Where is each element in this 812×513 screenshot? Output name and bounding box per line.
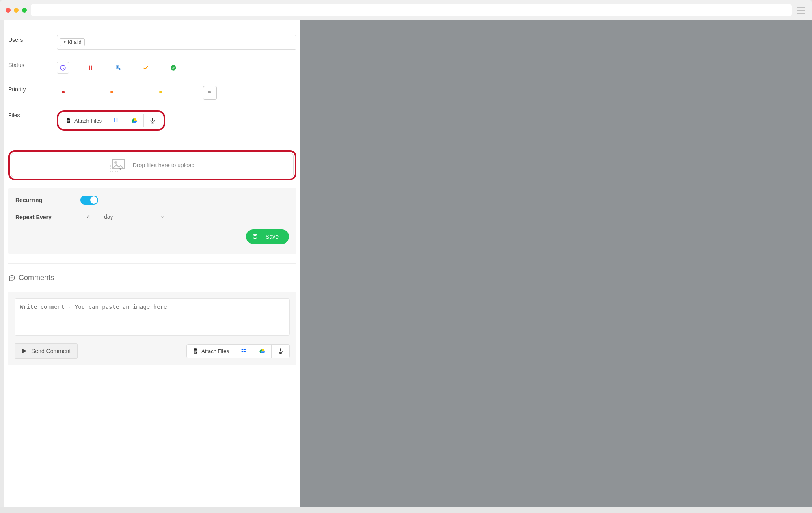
gears-icon <box>115 65 121 71</box>
svg-rect-14 <box>254 237 256 239</box>
flag-icon <box>207 90 213 96</box>
recurring-section: Recurring Repeat Every <box>8 188 296 254</box>
record-audio-button[interactable] <box>143 114 162 127</box>
status-row: Status <box>8 58 296 82</box>
priority-urgent-button[interactable] <box>57 86 71 100</box>
svg-rect-13 <box>254 234 256 235</box>
comment-attach-files-button[interactable]: Attach Files <box>187 345 235 358</box>
dropzone-highlight: Drop files here to upload <box>8 150 296 180</box>
repeat-value-input[interactable] <box>80 212 97 222</box>
google-drive-button[interactable] <box>125 114 143 127</box>
svg-rect-20 <box>194 352 196 353</box>
menu-icon[interactable] <box>796 7 806 14</box>
google-drive-icon <box>259 348 266 354</box>
comment-google-drive-button[interactable] <box>253 345 271 358</box>
comment-section: Send Comment Attach Files <box>8 292 296 365</box>
window-zoom-icon[interactable] <box>22 8 27 13</box>
file-icon <box>192 348 199 354</box>
svg-point-4 <box>119 69 120 70</box>
comments-icon <box>8 274 15 282</box>
comments-heading-text: Comments <box>19 274 54 282</box>
status-label: Status <box>8 60 57 68</box>
files-label: Files <box>8 110 57 119</box>
priority-row: Priority <box>8 82 296 108</box>
svg-point-11 <box>114 161 117 164</box>
svg-rect-18 <box>194 351 197 351</box>
svg-rect-1 <box>89 66 90 70</box>
priority-label: Priority <box>8 84 57 93</box>
microphone-icon <box>277 348 284 354</box>
file-buttons-highlight: Attach Files <box>57 110 165 131</box>
window-minimize-icon[interactable] <box>14 8 19 13</box>
svg-point-16 <box>12 277 13 278</box>
comment-input[interactable] <box>15 298 290 336</box>
browser-chrome <box>0 0 812 20</box>
svg-rect-6 <box>67 120 69 121</box>
dropbox-icon <box>113 117 119 124</box>
status-inprogress-button[interactable] <box>112 62 124 74</box>
svg-point-3 <box>117 66 118 68</box>
clock-icon <box>60 65 66 71</box>
recurring-label: Recurring <box>15 197 80 203</box>
repeat-unit-select[interactable] <box>102 212 167 222</box>
image-upload-icon <box>110 158 128 172</box>
save-button-label: Save <box>266 233 279 240</box>
dropbox-button[interactable] <box>107 114 125 127</box>
comment-attach-label: Attach Files <box>201 348 229 354</box>
svg-rect-19 <box>194 351 197 352</box>
toggle-knob-icon <box>90 196 97 204</box>
user-tag-label: Khalid <box>68 39 81 45</box>
svg-rect-8 <box>67 122 69 122</box>
flag-icon <box>109 90 116 96</box>
send-icon <box>22 348 27 354</box>
priority-medium-button[interactable] <box>154 86 168 100</box>
tag-remove-icon[interactable]: × <box>63 39 66 45</box>
comment-dropbox-button[interactable] <box>235 345 253 358</box>
repeat-every-label: Repeat Every <box>15 214 80 220</box>
window-close-icon[interactable] <box>6 8 11 13</box>
recurring-toggle[interactable] <box>80 196 98 205</box>
save-icon <box>252 233 258 240</box>
file-icon <box>65 117 72 124</box>
attach-files-label: Attach Files <box>74 118 102 124</box>
dropzone-text: Drop files here to upload <box>133 162 195 168</box>
backdrop <box>300 20 812 507</box>
files-row: Files Attach Files <box>8 108 296 139</box>
file-dropzone[interactable]: Drop files here to upload <box>11 153 294 177</box>
check-circle-icon <box>170 65 177 71</box>
svg-rect-7 <box>67 121 69 121</box>
priority-none-button[interactable] <box>203 86 217 100</box>
google-drive-icon <box>131 117 138 124</box>
svg-rect-2 <box>91 66 92 70</box>
status-pending-button[interactable] <box>57 62 69 74</box>
attach-files-button[interactable]: Attach Files <box>60 114 107 127</box>
priority-high-button[interactable] <box>106 86 119 100</box>
microphone-icon <box>149 117 156 124</box>
form-panel: Users × Khalid Status <box>4 20 300 507</box>
status-paused-button[interactable] <box>84 62 97 74</box>
comments-heading: Comments <box>8 274 296 282</box>
dropbox-icon <box>241 348 247 354</box>
comment-record-audio-button[interactable] <box>271 345 289 358</box>
save-button[interactable]: Save <box>246 229 289 244</box>
check-icon <box>143 65 149 71</box>
status-done-button[interactable] <box>140 62 152 74</box>
divider <box>8 263 296 264</box>
address-bar[interactable] <box>31 4 792 16</box>
users-input[interactable]: × Khalid <box>57 35 296 50</box>
flag-icon <box>60 90 67 96</box>
user-tag[interactable]: × Khalid <box>60 38 85 46</box>
status-verified-button[interactable] <box>167 62 179 74</box>
svg-rect-9 <box>152 118 153 121</box>
svg-point-17 <box>13 277 13 278</box>
users-row: Users × Khalid <box>8 32 296 58</box>
send-comment-button[interactable]: Send Comment <box>15 343 78 359</box>
send-comment-label: Send Comment <box>31 348 71 354</box>
users-label: Users <box>8 35 57 43</box>
svg-rect-21 <box>280 348 281 351</box>
pause-icon <box>87 65 94 71</box>
flag-icon <box>158 90 164 96</box>
svg-point-15 <box>11 277 11 278</box>
svg-point-5 <box>171 65 176 70</box>
